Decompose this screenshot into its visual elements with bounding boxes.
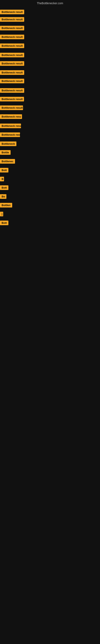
bottleneck-badge[interactable]: Bottleneck result — [0, 97, 24, 102]
bottleneck-badge-row-5: Bottleneck result — [0, 44, 24, 49]
bottleneck-badge[interactable]: Bottleneck result — [0, 79, 24, 83]
bottleneck-badge-row-3: Bottleneck result — [0, 26, 24, 31]
bottleneck-badge-row-18: Bottlenec — [0, 159, 15, 164]
bottleneck-badge[interactable]: Bottleneck — [0, 142, 16, 146]
bottleneck-badge-row-2: Bottleneck result — [0, 17, 24, 22]
bottleneck-badge[interactable]: Bottlenec — [0, 159, 15, 164]
bottleneck-badge[interactable]: Bottleneck result — [0, 106, 23, 110]
bottleneck-badge[interactable]: Bott — [0, 220, 8, 225]
bottleneck-badge-row-14: Bottleneck resu — [0, 124, 21, 129]
bottleneck-badge-row-4: Bottleneck result — [0, 34, 24, 40]
bottleneck-badge-row-20: B — [0, 177, 4, 182]
bottleneck-badge[interactable]: Bott — [0, 168, 8, 172]
bottleneck-badge-row-19: Bott — [0, 168, 8, 173]
bottleneck-badge-row-10: Bottleneck result — [0, 88, 24, 94]
bottleneck-badge[interactable]: Bottle — [0, 150, 11, 155]
bottleneck-badge-row-11: Bottleneck result — [0, 97, 24, 102]
bottleneck-badge[interactable]: Bottleneck result — [0, 61, 24, 66]
bottleneck-badge[interactable]: Bottleneck result — [0, 53, 24, 57]
bottleneck-badge[interactable]: | — [0, 212, 3, 216]
bottleneck-badge[interactable]: Bottleneck result — [0, 70, 24, 75]
bottleneck-badge[interactable]: Bottleneck result — [0, 10, 24, 14]
bottleneck-badge-row-1: Bottleneck result — [0, 10, 24, 15]
bottleneck-badge[interactable]: Bottleneck result — [0, 34, 24, 39]
bottleneck-badge-row-25: Bott — [0, 220, 8, 226]
bottleneck-badge-row-7: Bottleneck result — [0, 61, 24, 66]
bottleneck-badge-row-9: Bottleneck result — [0, 79, 24, 84]
bottleneck-badge[interactable]: Bottleneck resu — [0, 124, 21, 128]
bottleneck-badge-row-6: Bottleneck result — [0, 53, 24, 58]
bottleneck-badge-row-15: Bottleneck resu — [0, 132, 20, 138]
bottleneck-badge[interactable]: Bottleneck result — [0, 17, 24, 22]
bottleneck-badge[interactable]: Bottlen — [0, 203, 12, 208]
bottleneck-badge[interactable]: Bottleneck result — [0, 88, 24, 93]
bottleneck-badge-row-17: Bottle — [0, 150, 11, 156]
bottleneck-badge[interactable]: Bottleneck result — [0, 26, 24, 30]
bottleneck-badge[interactable]: Bottleneck resu — [0, 114, 22, 119]
site-title: TheBottlenecker.com — [0, 0, 100, 6]
bottleneck-badge[interactable]: Bottleneck result — [0, 44, 24, 48]
bottleneck-badge-row-8: Bottleneck result — [0, 70, 24, 76]
bottleneck-badge-row-16: Bottleneck — [0, 142, 16, 147]
bottleneck-badge[interactable]: Bo — [0, 194, 6, 199]
bottleneck-badge-row-13: Bottleneck resu — [0, 114, 22, 120]
bottleneck-badge-row-21: Bott — [0, 185, 8, 191]
bottleneck-badge[interactable]: B — [0, 177, 4, 181]
bottleneck-badge[interactable]: Bottleneck resu — [0, 132, 20, 137]
bottleneck-badge-row-24: | — [0, 212, 3, 217]
bottleneck-badge-row-23: Bottlen — [0, 203, 12, 208]
bottleneck-badge[interactable]: Bott — [0, 185, 8, 190]
bottleneck-badge-row-12: Bottleneck result — [0, 106, 23, 111]
bottleneck-badge-row-22: Bo — [0, 194, 6, 200]
